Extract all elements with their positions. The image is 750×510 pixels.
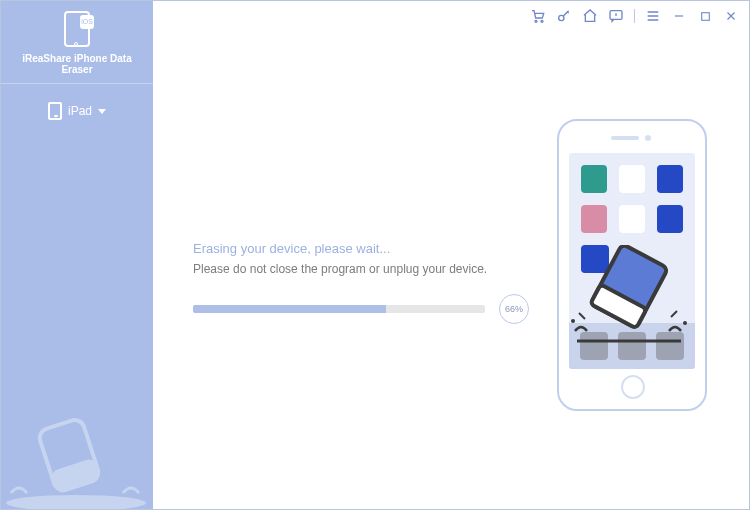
app-tile <box>581 205 607 233</box>
cart-icon[interactable] <box>530 8 546 24</box>
app-tile <box>581 165 607 193</box>
svg-rect-7 <box>701 12 709 20</box>
sidebar: iOS iReaShare iPhone Data Eraser iPad <box>1 1 153 509</box>
progress-fill <box>193 305 386 313</box>
svg-point-0 <box>6 495 146 509</box>
device-name: iPad <box>68 104 92 118</box>
dock-tile <box>656 332 684 360</box>
brand-block: iOS iReaShare iPhone Data Eraser <box>1 1 153 84</box>
dock-tile <box>618 332 646 360</box>
brand-phone-icon: iOS <box>62 11 92 49</box>
titlebar <box>520 1 749 31</box>
main-area: Erasing your device, please wait... Plea… <box>153 1 749 509</box>
close-button[interactable] <box>723 8 739 24</box>
phone-home-button <box>621 375 645 399</box>
phone-dock <box>569 323 695 369</box>
dock-tile <box>580 332 608 360</box>
brand-badge: iOS <box>80 15 94 29</box>
app-tile <box>657 165 683 193</box>
device-selector[interactable]: iPad <box>1 84 153 138</box>
maximize-button[interactable] <box>697 8 713 24</box>
svg-point-3 <box>535 20 537 22</box>
svg-rect-2 <box>50 457 101 494</box>
phone-illustration <box>557 119 707 411</box>
device-icon <box>48 102 62 120</box>
progress-bar <box>193 305 485 313</box>
status-heading: Erasing your device, please wait... <box>193 241 529 256</box>
key-icon[interactable] <box>556 8 572 24</box>
progress-row: 66% <box>193 294 529 324</box>
app-tile <box>657 205 683 233</box>
menu-icon[interactable] <box>645 8 661 24</box>
minimize-button[interactable] <box>671 8 687 24</box>
status-warning: Please do not close the program or unplu… <box>193 262 529 276</box>
home-icon[interactable] <box>582 8 598 24</box>
feedback-icon[interactable] <box>608 8 624 24</box>
app-window: iOS iReaShare iPhone Data Eraser iPad <box>0 0 750 510</box>
svg-point-5 <box>559 15 564 20</box>
app-tile <box>619 205 645 233</box>
app-tile <box>619 165 645 193</box>
progress-panel: Erasing your device, please wait... Plea… <box>193 241 529 324</box>
brand-title: iReaShare iPhone Data Eraser <box>7 53 147 75</box>
app-tile <box>581 245 609 273</box>
svg-point-4 <box>541 20 543 22</box>
titlebar-separator <box>634 9 635 23</box>
progress-percent: 66% <box>499 294 529 324</box>
sidebar-decor-eraser-icon <box>1 395 153 509</box>
chevron-down-icon <box>98 109 106 114</box>
phone-screen <box>569 153 695 369</box>
